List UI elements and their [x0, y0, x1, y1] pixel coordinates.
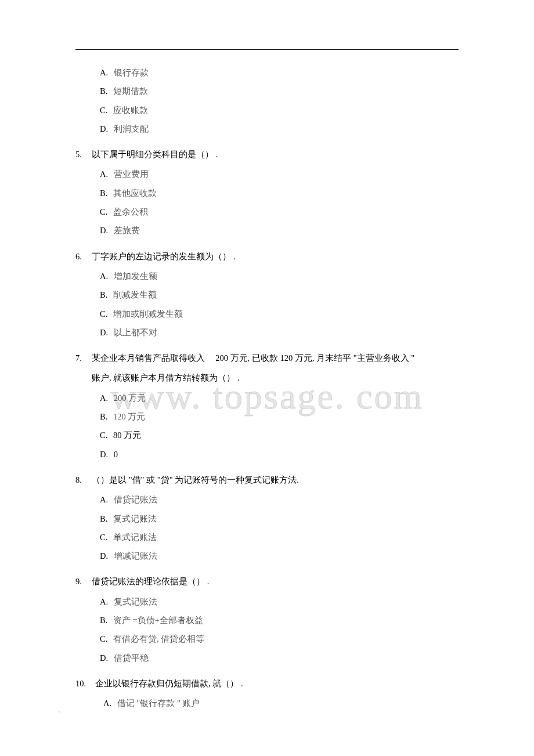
question-text: 企业以银行存款归仍短期借款, 就（） . [95, 678, 459, 689]
q5-option-a: A. 营业费用 [100, 168, 459, 180]
option-letter: C. [100, 633, 107, 645]
q5-option-b: B. 其他应收款 [100, 187, 459, 199]
option-letter: A. [100, 392, 108, 404]
option-letter: D. [100, 123, 108, 135]
option-letter: A. [100, 494, 108, 505]
bottom-mark: 。 [58, 706, 64, 714]
q4-options: A. 银行存款 B. 短期借款 C. 应收账款 D. 利润支配 [75, 67, 459, 135]
q8-option-c: C. 单式记账法 [100, 531, 459, 543]
option-letter: A. [100, 67, 108, 78]
option-letter: B. [100, 85, 107, 97]
q5: 5. 以下属于明细分类科目的是（） . [75, 149, 459, 160]
option-letter: B. [100, 187, 107, 199]
option-text: 有借必有贷, 借贷必相等 [113, 634, 204, 643]
q9-option-b: B. 资产 =负债+全部者权益 [100, 614, 459, 626]
q7-text-part2: 200 万元, 已收款 120 万元, 月末结平 "主营业务收入 " [215, 353, 414, 363]
option-text: 银行存款 [114, 68, 149, 77]
option-text: 以上都不对 [114, 328, 157, 337]
option-text: 200 万元 [114, 393, 146, 403]
q4-option-d: D. 利润支配 [100, 123, 459, 135]
option-text: 复式记账法 [113, 514, 157, 523]
document-content: A. 银行存款 B. 短期借款 C. 应收账款 D. 利润支配 5. 以下属于明… [75, 67, 459, 710]
q9-option-a: A. 复式记账法 [100, 596, 459, 607]
page-top-border [75, 49, 459, 50]
q9-options: A. 复式记账法 B. 资产 =负债+全部者权益 C. 有借必有贷, 借贷必相等… [75, 596, 459, 664]
option-letter: A. [100, 270, 108, 282]
question-number: 5. [75, 149, 92, 160]
option-letter: D. [100, 327, 108, 338]
option-text: 短期借款 [113, 86, 148, 96]
option-text: 增加发生额 [114, 272, 157, 281]
option-text: 盈余公积 [113, 207, 148, 216]
q6-option-c: C. 增加或削减发生额 [100, 308, 459, 320]
option-letter: B. [100, 614, 107, 626]
option-text: 差旅费 [114, 226, 140, 235]
question-number: 7. [75, 352, 92, 364]
option-letter: C. [100, 429, 107, 441]
q8-option-d: D. 增减记账法 [100, 550, 459, 562]
option-text: 其他应收款 [113, 189, 157, 198]
q4-option-a: A. 银行存款 [100, 67, 459, 78]
option-letter: C. [100, 206, 107, 218]
q10-options: A. 借记 "银行存款 " 账户 [75, 697, 459, 709]
q9-option-c: C. 有借必有贷, 借贷必相等 [100, 633, 459, 645]
option-text: 借贷记账法 [114, 495, 157, 504]
option-letter: A. [100, 596, 108, 607]
q6-option-a: A. 增加发生额 [100, 270, 459, 282]
question-text: 借贷记账法的理论依据是（） . [92, 576, 459, 587]
question-text: 某企业本月销售产品取得收入 200 万元, 已收款 120 万元, 月末结平 "… [92, 352, 459, 364]
option-letter: B. [100, 513, 107, 525]
option-text: 借贷平稳 [114, 653, 149, 663]
option-letter: A. [100, 168, 108, 180]
question-number: 6. [75, 251, 92, 262]
option-text: 应收账款 [113, 106, 148, 115]
q7-option-a: A. 200 万元 [100, 392, 459, 404]
q10-option-a: A. 借记 "银行存款 " 账户 [103, 697, 459, 709]
option-text: 增减记账法 [114, 551, 157, 560]
option-text: 增加或削减发生额 [113, 309, 183, 319]
q6-options: A. 增加发生额 B. 削减发生额 C. 增加或削减发生额 D. 以上都不对 [75, 270, 459, 338]
option-text: 资产 =负债+全部者权益 [113, 616, 203, 625]
option-text: 0 [114, 450, 118, 459]
q7: 7. 某企业本月销售产品取得收入 200 万元, 已收款 120 万元, 月末结… [75, 352, 459, 364]
q5-options: A. 营业费用 B. 其他应收款 C. 盈余公积 D. 差旅费 [75, 168, 459, 236]
q4-option-c: C. 应收账款 [100, 104, 459, 116]
question-text: 丁字账户的左边记录的发生额为（） . [92, 251, 459, 262]
q7-continuation: 账户, 就该账户本月借方结转额为（） . [92, 372, 459, 384]
option-letter: D. [100, 225, 108, 236]
q7-option-c: C. 80 万元 [100, 429, 459, 441]
q9-option-d: D. 借贷平稳 [100, 652, 459, 664]
option-letter: D. [100, 652, 108, 664]
q7-option-d: D. 0 [100, 448, 459, 460]
q5-option-d: D. 差旅费 [100, 225, 459, 236]
q6: 6. 丁字账户的左边记录的发生额为（） . [75, 251, 459, 262]
question-number: 9. [75, 576, 92, 587]
option-letter: A. [103, 697, 111, 709]
q7-option-b: B. 120 万元 [100, 411, 459, 422]
option-text: 复式记账法 [114, 597, 157, 606]
q8-options: A. 借贷记账法 B. 复式记账法 C. 单式记账法 D. 增减记账法 [75, 494, 459, 562]
option-text: 120 万元 [113, 412, 145, 421]
option-letter: B. [100, 289, 107, 301]
option-letter: D. [100, 550, 108, 562]
option-text: 80 万元 [113, 431, 141, 440]
option-text: 利润支配 [114, 124, 149, 133]
option-letter: C. [100, 308, 107, 320]
option-text: 单式记账法 [113, 533, 157, 542]
option-letter: B. [100, 411, 107, 422]
option-letter: C. [100, 531, 107, 543]
q6-option-d: D. 以上都不对 [100, 327, 459, 338]
q7-text-part1: 某企业本月销售产品取得收入 [92, 353, 205, 363]
option-letter: C. [100, 104, 107, 116]
option-text: 削减发生额 [113, 290, 157, 299]
q8: 8. （）是以 "借" 或 "贷" 为记账符号的一种复式记账方法. [75, 474, 459, 486]
option-letter: D. [100, 448, 108, 460]
q7-options: A. 200 万元 B. 120 万元 C. 80 万元 D. 0 [75, 392, 459, 460]
q9: 9. 借贷记账法的理论依据是（） . [75, 576, 459, 587]
question-number: 8. [75, 474, 92, 486]
question-text: 以下属于明细分类科目的是（） . [92, 149, 459, 160]
q4-option-b: B. 短期借款 [100, 85, 459, 97]
q10: 10. 企业以银行存款归仍短期借款, 就（） . [75, 678, 459, 689]
q8-option-a: A. 借贷记账法 [100, 494, 459, 505]
option-text: 营业费用 [114, 169, 149, 179]
